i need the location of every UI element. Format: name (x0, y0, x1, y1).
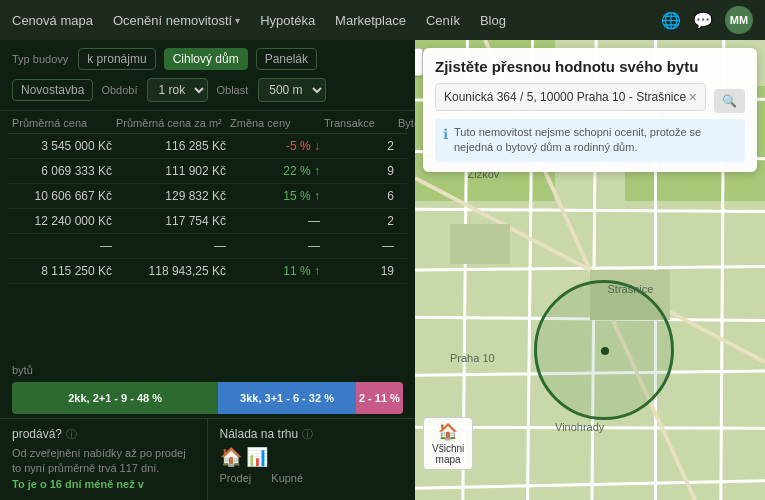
fond-cell: 490 (398, 189, 415, 203)
prodej-label: Prodej (220, 472, 252, 484)
chart-icon: 📊 (246, 446, 268, 468)
notice-text: Tuto nemovitost nejsme schopni ocenit, p… (454, 125, 737, 156)
avg-price-cell: 12 240 000 Kč (12, 214, 112, 228)
fond-cell: 1 275 (398, 264, 415, 278)
card-prodava: prodává? ⓘ Od zveřejnění nabídky až po p… (0, 419, 208, 500)
address-clear-btn[interactable]: × (689, 89, 697, 105)
address-value: Kounická 364 / 5, 10000 Praha 10 - Straš… (444, 90, 686, 104)
avg-price-cell: 6 069 333 Kč (12, 164, 112, 178)
data-table: Průměrná cena Průměrná cena za m² Změna … (0, 111, 415, 356)
chat-icon[interactable]: 💬 (693, 11, 713, 30)
avg-price-cell: 3 545 000 Kč (12, 139, 112, 153)
transactions-cell: 2 (324, 214, 394, 228)
period-label: Období (101, 84, 137, 96)
nav-item-hypoteka[interactable]: Hypotéka (260, 13, 315, 28)
filter-btn-pronajem[interactable]: k pronájmu (78, 48, 155, 70)
map-dot (601, 347, 609, 355)
info-icon-nalada[interactable]: ⓘ (302, 427, 313, 442)
fond-cell: 58 (398, 239, 415, 253)
change-cell: 15 % ↑ (230, 189, 320, 203)
nav-item-cenova-mapa[interactable]: Cenová mapa (12, 13, 93, 28)
change-cell: -5 % ↓ (230, 139, 320, 153)
main-content: Typ budovy k pronájmu Cihlový dům Panelá… (0, 40, 765, 500)
map-info-card: Zjistěte přesnou hodnotu svého bytu Koun… (423, 48, 757, 172)
fond-cell: 155 (398, 214, 415, 228)
address-row: Kounická 364 / 5, 10000 Praha 10 - Straš… (435, 83, 706, 111)
map-back-button[interactable]: ‹ (415, 48, 423, 76)
chevron-down-icon: ▾ (235, 15, 240, 26)
table-row: 10 606 667 Kč 129 832 Kč 15 % ↑ 6 490 (8, 184, 407, 209)
map-card-title: Zjistěte přesnou hodnotu svého bytu (435, 58, 745, 75)
area-select[interactable]: 500 m (258, 78, 326, 102)
vsechni-mapa-btn[interactable]: 🏠 Všichnimapa (423, 417, 473, 470)
fond-cell: 476 (398, 164, 415, 178)
address-search-btn[interactable]: 🔍 (714, 89, 745, 113)
change-cell: 11 % ↑ (230, 264, 320, 278)
dist-seg-green: 2kk, 2+1 - 9 - 48 % (12, 382, 218, 414)
info-notice: ℹ Tuto nemovitost nejsme schopni ocenit,… (435, 119, 745, 162)
navbar: Cenová mapa Ocenění nemovitostí ▾ Hypoté… (0, 0, 765, 40)
nav-item-marketplace[interactable]: Marketplace (335, 13, 406, 28)
transactions-cell: 9 (324, 164, 394, 178)
filters-section: Typ budovy k pronájmu Cihlový dům Panelá… (0, 40, 415, 111)
change-cell: — (230, 214, 320, 228)
col-transactions: Transakce (324, 117, 394, 129)
nav-right: 🌐 💬 MM (661, 6, 753, 34)
info-icon-prodava[interactable]: ⓘ (66, 427, 77, 442)
avg-per-m2-cell: 117 754 Kč (116, 214, 226, 228)
table-row: 6 069 333 Kč 111 902 Kč 22 % ↑ 9 476 (8, 159, 407, 184)
notice-icon: ℹ (443, 126, 448, 142)
distribution-title: bytů (12, 364, 403, 376)
avg-per-m2-cell: 116 285 Kč (116, 139, 226, 153)
table-row: — — — — 58 (8, 234, 407, 259)
filter-btn-cihlovy[interactable]: Cihlový dům (164, 48, 248, 70)
avg-price-cell: — (12, 239, 112, 253)
left-panel: Typ budovy k pronájmu Cihlový dům Panelá… (0, 40, 415, 500)
col-change: Změna ceny (230, 117, 320, 129)
area-label: Oblast (216, 84, 248, 96)
avg-per-m2-cell: 111 902 Kč (116, 164, 226, 178)
nalada-icons: 🏠 📊 (220, 446, 404, 468)
kupne-label: Kupné (271, 472, 303, 484)
table-row: 8 115 250 Kč 118 943,25 Kč 11 % ↑ 19 1 2… (8, 259, 407, 284)
col-fond: Bytový fond (398, 117, 415, 129)
distribution-bar: 2kk, 2+1 - 9 - 48 % 3kk, 3+1 - 6 - 32 % … (12, 382, 403, 414)
col-avg-price: Průměrná cena (12, 117, 112, 129)
type-label: Typ budovy (12, 53, 68, 65)
transactions-cell: — (324, 239, 394, 253)
vsechni-mapa-label: Všichnimapa (432, 443, 464, 465)
filter-btn-panelek[interactable]: Panelák (256, 48, 317, 70)
table-row: 3 545 000 Kč 116 285 Kč -5 % ↓ 2 96 (8, 134, 407, 159)
fond-cell: 96 (398, 139, 415, 153)
card-prodava-title: prodává? ⓘ (12, 427, 195, 442)
user-avatar[interactable]: MM (725, 6, 753, 34)
avg-per-m2-cell: 118 943,25 Kč (116, 264, 226, 278)
change-cell: — (230, 239, 320, 253)
globe-icon[interactable]: 🌐 (661, 11, 681, 30)
nav-item-cenik[interactable]: Ceník (426, 13, 460, 28)
distribution-section: bytů 2kk, 2+1 - 9 - 48 % 3kk, 3+1 - 6 - … (0, 356, 415, 418)
nalada-labels: Prodej Kupné (220, 472, 404, 484)
period-select[interactable]: 1 rok (147, 78, 208, 102)
nav-item-oceneni[interactable]: Ocenění nemovitostí ▾ (113, 13, 240, 28)
nav-item-blog[interactable]: Blog (480, 13, 506, 28)
col-avg-per-m2: Průměrná cena za m² (116, 117, 226, 129)
dist-seg-pink: 2 - 11 % (356, 382, 403, 414)
filter-btn-novostavba[interactable]: Novostavba (12, 79, 93, 101)
avg-price-cell: 10 606 667 Kč (12, 189, 112, 203)
card-nalada-title: Nálada na trhu ⓘ (220, 427, 404, 442)
transactions-cell: 6 (324, 189, 394, 203)
avg-price-cell: 8 115 250 Kč (12, 264, 112, 278)
table-body: 3 545 000 Kč 116 285 Kč -5 % ↓ 2 96 6 06… (8, 134, 407, 284)
change-cell: 22 % ↑ (230, 164, 320, 178)
table-row: 12 240 000 Kč 117 754 Kč — 2 155 (8, 209, 407, 234)
card-nalada: Nálada na trhu ⓘ 🏠 📊 Prodej Kupné (208, 419, 416, 500)
table-header: Průměrná cena Průměrná cena za m² Změna … (8, 111, 407, 134)
right-panel: ‹ Zjistěte přesnou hodnotu svého bytu Ko… (415, 40, 765, 500)
dist-seg-blue: 3kk, 3+1 - 6 - 32 % (218, 382, 356, 414)
bottom-cards: prodává? ⓘ Od zveřejnění nabídky až po p… (0, 418, 415, 500)
avg-per-m2-cell: 129 832 Kč (116, 189, 226, 203)
house-icon-1: 🏠 (220, 446, 242, 468)
avg-per-m2-cell: — (116, 239, 226, 253)
transactions-cell: 2 (324, 139, 394, 153)
